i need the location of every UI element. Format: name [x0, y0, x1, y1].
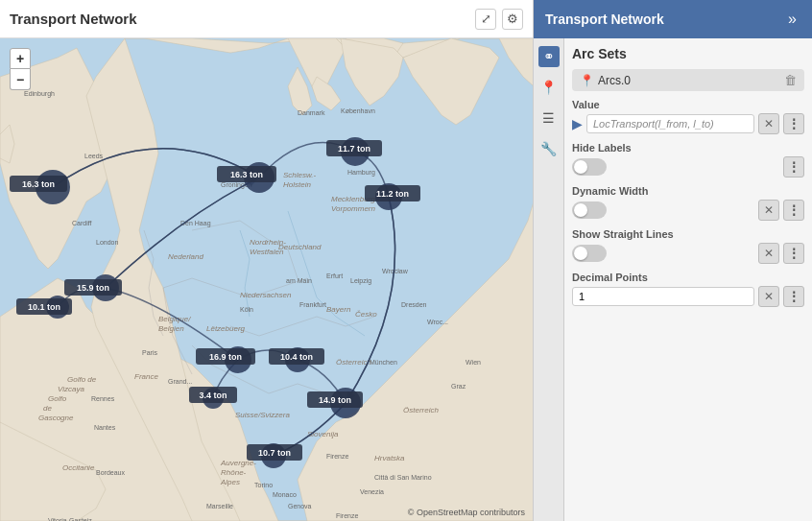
svg-text:11.2 ton: 11.2 ton	[376, 189, 409, 199]
svg-text:Österreich: Österreich	[403, 406, 439, 414]
svg-text:Rhône-: Rhône-	[221, 468, 247, 477]
decimal-points-more-button[interactable]: ⋮	[783, 286, 804, 307]
svg-text:Česko: Česko	[355, 310, 377, 319]
svg-text:Niedersachsen: Niedersachsen	[240, 291, 292, 299]
svg-text:Paris: Paris	[142, 349, 157, 356]
svg-text:Köln: Köln	[240, 306, 253, 313]
svg-text:Wroc...: Wroc...	[427, 319, 448, 325]
svg-text:Vorpommern: Vorpommern	[331, 204, 375, 213]
svg-text:Golfo de: Golfo de	[67, 375, 97, 384]
decimal-points-clear-button[interactable]: ✕	[758, 286, 779, 307]
svg-text:Torino: Torino	[254, 482, 273, 488]
svg-text:11.7 ton: 11.7 ton	[338, 144, 370, 154]
svg-text:16.3 ton: 16.3 ton	[22, 179, 55, 189]
hide-labels-more-button[interactable]: ⋮	[783, 156, 804, 178]
right-panel-header: Transport Network »	[534, 0, 812, 38]
svg-text:Holstein: Holstein	[283, 180, 311, 189]
svg-text:Lëtzebuerg: Lëtzebuerg	[206, 324, 246, 333]
decimal-points-property-row: Decimal Points ✕ ⋮	[572, 272, 804, 307]
value-clear-button[interactable]: ✕	[758, 113, 779, 134]
svg-text:Vitoria-Gasteiz: Vitoria-Gasteiz	[48, 517, 92, 521]
svg-text:Nederland: Nederland	[168, 252, 203, 261]
svg-text:Wien: Wien	[466, 359, 481, 366]
hide-labels-label: Hide Labels	[572, 142, 804, 154]
map-header: Transport Network ⤢ ⚙	[0, 0, 533, 38]
arc-set-delete-button[interactable]: 🗑	[784, 73, 797, 87]
arc-set-name-label: Arcs.0	[598, 74, 631, 87]
zoom-controls: + −	[10, 48, 31, 90]
svg-text:Belgien: Belgien	[158, 324, 184, 333]
svg-text:Dresden: Dresden	[401, 301, 427, 308]
svg-text:Den Haag: Den Haag	[180, 220, 211, 227]
dynamic-width-clear-button[interactable]: ✕	[758, 200, 779, 221]
sidebar-icon-list[interactable]: ☰	[538, 107, 560, 129]
zoom-in-button[interactable]: +	[10, 48, 31, 69]
svg-text:Westfalen: Westfalen	[250, 248, 284, 256]
settings-map-button[interactable]: ⚙	[502, 9, 523, 30]
svg-text:Grand...: Grand...	[168, 378, 192, 385]
svg-text:Belgique/: Belgique/	[158, 315, 191, 323]
svg-text:Hrvatska: Hrvatska	[374, 454, 405, 462]
svg-text:Danmark: Danmark	[298, 109, 325, 116]
svg-text:København: København	[341, 107, 375, 114]
right-panel-expand-button[interactable]: »	[784, 9, 800, 30]
show-straight-lines-label: Show Straight Lines	[572, 228, 804, 240]
svg-text:Firenze: Firenze	[326, 453, 348, 460]
svg-text:Venezia: Venezia	[360, 488, 384, 495]
svg-text:3.4 ton: 3.4 ton	[199, 391, 227, 400]
value-more-button[interactable]: ⋮	[783, 113, 804, 134]
sidebar-icon-settings[interactable]: 🔧	[538, 138, 560, 159]
decimal-points-input-row: ✕ ⋮	[572, 286, 804, 307]
hide-labels-toggle[interactable]	[572, 158, 607, 176]
svg-text:France: France	[134, 372, 158, 381]
show-straight-lines-toggle-container	[572, 245, 754, 262]
sidebar-icon-arc[interactable]: ⚭	[538, 46, 560, 67]
svg-text:Genova: Genova	[288, 503, 312, 509]
svg-text:Rennes: Rennes	[91, 395, 115, 402]
dynamic-width-more-button[interactable]: ⋮	[783, 200, 804, 221]
svg-text:am Main: am Main	[286, 277, 312, 284]
hide-labels-property-row: Hide Labels ⋮	[572, 142, 804, 178]
show-straight-lines-toggle[interactable]	[572, 245, 607, 262]
dynamic-width-toggle[interactable]	[572, 201, 607, 219]
right-panel-body: ⚭ 📍 ☰ 🔧 Arc Sets 📍 Arcs.0 🗑 Value ▶	[534, 38, 812, 521]
svg-text:Bordeaux: Bordeaux	[96, 469, 125, 476]
value-input[interactable]	[586, 114, 754, 133]
arc-set-pin-icon: 📍	[580, 74, 594, 87]
svg-text:Cardiff: Cardiff	[72, 220, 92, 226]
svg-text:Marseille: Marseille	[206, 503, 233, 509]
show-straight-lines-clear-button[interactable]: ✕	[758, 243, 779, 264]
svg-text:Monaco: Monaco	[273, 491, 297, 498]
svg-text:10.7 ton: 10.7 ton	[258, 448, 291, 458]
map-controls: ⤢ ⚙	[475, 9, 523, 30]
svg-text:Firenze: Firenze	[336, 512, 358, 519]
svg-text:14.9 ton: 14.9 ton	[319, 395, 351, 405]
hide-labels-input-row: ⋮	[572, 156, 804, 178]
svg-text:Vizcaya: Vizcaya	[58, 385, 84, 393]
svg-text:10.1 ton: 10.1 ton	[28, 302, 60, 312]
content-area: Arc Sets 📍 Arcs.0 🗑 Value ▶ ✕ ⋮	[564, 38, 812, 521]
svg-text:Città di San Marino: Città di San Marino	[374, 474, 432, 481]
svg-text:16.9 ton: 16.9 ton	[209, 352, 242, 362]
svg-text:15.9 ton: 15.9 ton	[77, 283, 109, 293]
svg-text:Leipzig: Leipzig	[350, 277, 371, 285]
show-straight-lines-input-row: ✕ ⋮	[572, 243, 804, 264]
svg-text:Leeds: Leeds	[84, 153, 104, 159]
show-straight-lines-property-row: Show Straight Lines ✕ ⋮	[572, 228, 804, 264]
svg-text:Nordrhein-: Nordrhein-	[250, 238, 286, 247]
map-attribution: © OpenStreetMap contributors	[408, 508, 525, 517]
svg-text:de: de	[43, 404, 52, 413]
dynamic-width-input-row: ✕ ⋮	[572, 200, 804, 221]
svg-text:Nantes: Nantes	[94, 424, 116, 431]
arc-sets-title: Arc Sets	[572, 46, 804, 61]
sidebar-icon-location[interactable]: 📍	[538, 77, 560, 98]
decimal-points-input[interactable]	[572, 287, 754, 306]
dynamic-width-label: Dynamic Width	[572, 185, 804, 197]
expand-map-button[interactable]: ⤢	[475, 9, 496, 30]
show-straight-lines-more-button[interactable]: ⋮	[783, 243, 804, 264]
show-straight-lines-toggle-thumb	[574, 247, 587, 260]
zoom-out-button[interactable]: −	[10, 69, 31, 90]
svg-text:München: München	[370, 359, 397, 366]
svg-text:Frankfurt: Frankfurt	[299, 301, 326, 308]
hide-labels-toggle-container	[572, 158, 779, 176]
